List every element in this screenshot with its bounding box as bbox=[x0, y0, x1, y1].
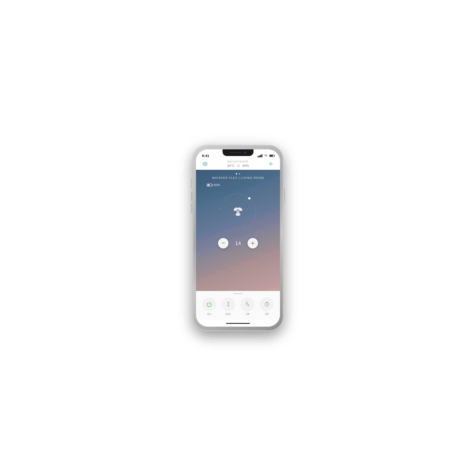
app-header: WEIDEVENNE 24°C bbox=[196, 159, 280, 170]
svg-line-15 bbox=[226, 198, 227, 199]
device-battery-fill bbox=[207, 184, 210, 186]
fan-icon bbox=[230, 204, 246, 220]
plus-icon bbox=[268, 161, 273, 167]
phone-device: 9:41 bbox=[193, 145, 283, 331]
svg-line-35 bbox=[244, 228, 244, 229]
power-icon bbox=[206, 301, 212, 307]
header-center: WEIDEVENNE 24°C bbox=[208, 160, 268, 168]
svg-line-27 bbox=[255, 209, 256, 209]
temperature-value: 24°C bbox=[227, 164, 235, 168]
bottom-handle bbox=[233, 293, 243, 294]
vert-icon bbox=[225, 301, 231, 307]
vert-label: Vert. bbox=[225, 312, 231, 316]
add-button[interactable] bbox=[268, 161, 274, 167]
night-icon bbox=[245, 301, 251, 307]
power-control[interactable]: On bbox=[203, 298, 216, 316]
battery-fill bbox=[270, 155, 273, 156]
night-label: Off bbox=[246, 312, 250, 316]
svg-line-18 bbox=[235, 194, 235, 195]
svg-line-16 bbox=[229, 196, 229, 197]
weather-info: 24°C 40% bbox=[208, 164, 268, 168]
svg-line-31 bbox=[253, 220, 254, 221]
dot-2 bbox=[239, 173, 240, 175]
svg-line-13 bbox=[222, 203, 223, 203]
speed-dial[interactable] bbox=[217, 190, 259, 233]
svg-point-41 bbox=[237, 211, 239, 213]
svg-line-30 bbox=[254, 218, 255, 218]
battery-icon bbox=[269, 154, 274, 157]
speed-value: 14 bbox=[235, 240, 241, 246]
signal-bars-icon bbox=[257, 154, 262, 157]
svg-line-8 bbox=[237, 167, 238, 167]
status-time: 9:41 bbox=[202, 154, 209, 158]
svg-point-39 bbox=[236, 213, 240, 216]
night-button[interactable] bbox=[241, 298, 254, 311]
svg-line-34 bbox=[247, 227, 247, 228]
settings-button[interactable] bbox=[202, 161, 208, 167]
sun-icon bbox=[237, 164, 240, 168]
speed-plus-button[interactable] bbox=[248, 238, 258, 249]
night-control[interactable]: Off bbox=[241, 298, 254, 316]
vert-button[interactable] bbox=[222, 298, 235, 311]
signal-bar-1 bbox=[257, 156, 258, 157]
svg-point-0 bbox=[238, 165, 239, 167]
home-bar bbox=[196, 320, 280, 327]
timer-icon bbox=[264, 301, 270, 307]
controls-row: On Vert. bbox=[200, 298, 276, 316]
notch bbox=[222, 149, 254, 156]
device-battery: 60% bbox=[207, 183, 220, 187]
wifi-icon bbox=[264, 154, 268, 157]
device-title: WHISPER FLEX | LIVING ROOM bbox=[212, 176, 264, 180]
device-battery-icon bbox=[207, 184, 212, 187]
main-content: WHISPER FLEX | LIVING ROOM 60% bbox=[196, 170, 280, 291]
svg-line-29 bbox=[255, 215, 256, 215]
svg-line-7 bbox=[239, 165, 239, 165]
svg-line-12 bbox=[221, 205, 222, 206]
bottom-panel: On Vert. bbox=[196, 291, 280, 320]
speed-controls: − 14 bbox=[218, 238, 258, 249]
gear-icon bbox=[203, 161, 208, 167]
phone-wrapper: 9:41 bbox=[174, 109, 302, 367]
svg-line-24 bbox=[251, 200, 252, 201]
svg-point-36 bbox=[248, 197, 251, 200]
svg-line-11 bbox=[220, 209, 221, 209]
svg-line-32 bbox=[251, 223, 252, 224]
speed-minus-button[interactable]: − bbox=[218, 238, 228, 249]
svg-line-25 bbox=[253, 203, 254, 203]
humidity-value: 40% bbox=[242, 164, 249, 168]
signal-bar-4 bbox=[261, 154, 262, 157]
camera bbox=[244, 152, 246, 154]
vert-control[interactable]: Vert. bbox=[222, 298, 235, 316]
power-button[interactable] bbox=[203, 298, 216, 311]
location-label: WEIDEVENNE bbox=[208, 160, 268, 163]
svg-line-20 bbox=[241, 194, 241, 195]
svg-line-14 bbox=[224, 200, 225, 201]
svg-line-5 bbox=[237, 165, 238, 165]
speaker bbox=[230, 152, 242, 153]
svg-line-26 bbox=[254, 205, 255, 206]
device-battery-value: 60% bbox=[214, 183, 220, 187]
status-icons bbox=[257, 154, 274, 157]
timer-button[interactable] bbox=[260, 298, 273, 311]
svg-line-17 bbox=[232, 195, 232, 196]
timer-label: Off bbox=[265, 312, 269, 316]
dot-1 bbox=[236, 173, 237, 175]
fan-svg bbox=[231, 205, 245, 219]
svg-line-33 bbox=[249, 225, 250, 226]
minus-icon: − bbox=[218, 238, 228, 249]
signal-bar-3 bbox=[260, 155, 261, 157]
svg-line-22 bbox=[247, 196, 247, 197]
power-label: On bbox=[207, 312, 211, 316]
timer-control[interactable]: Off bbox=[260, 298, 273, 316]
page-dots bbox=[236, 173, 240, 175]
signal-bar-2 bbox=[259, 155, 260, 157]
svg-line-21 bbox=[244, 195, 244, 196]
phone-screen: 9:41 bbox=[196, 149, 280, 327]
plus-speed-icon bbox=[250, 241, 255, 246]
svg-line-6 bbox=[239, 167, 239, 167]
home-indicator bbox=[226, 323, 250, 324]
